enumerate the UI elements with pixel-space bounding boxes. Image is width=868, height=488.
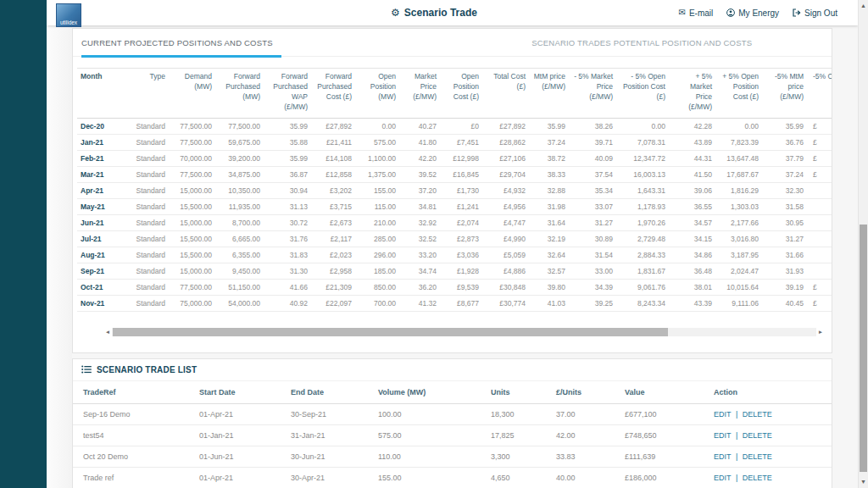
scroll-left-arrow-icon[interactable]: ◄ (103, 328, 112, 336)
month-link-cell[interactable]: Nov-21 (77, 295, 125, 311)
value-cell: £ (809, 118, 832, 134)
scenario-trade-list-panel: SCENARIO TRADE LIST TradeRefStart DateEn… (72, 358, 832, 488)
month-link-cell[interactable]: Jun-21 (77, 214, 125, 230)
value-cell: 30.94 (265, 182, 313, 198)
value-cell: 34.74 (401, 263, 442, 279)
trade-trade-ref-cell: Oct 20 Demo (73, 446, 196, 468)
value-cell: 39.06 (670, 182, 717, 198)
trade-end-date-cell: 30-Jun-21 (287, 446, 375, 468)
month-link-cell[interactable]: Mar-21 (77, 166, 125, 182)
month-link-cell[interactable]: May-21 (77, 198, 125, 214)
value-cell: £ (809, 166, 832, 182)
scroll-up-arrow-icon[interactable]: ▲ (859, 2, 868, 10)
trade-volume-cell: 575.00 (375, 425, 487, 446)
positions-table-row: Jun-21Standard15,000.008,700.0030.72£2,6… (77, 214, 832, 230)
value-cell: 7,823.39 (717, 134, 764, 150)
page-title: ⚙ Scenario Trade (391, 0, 477, 25)
scroll-right-arrow-icon[interactable]: ► (816, 328, 825, 336)
value-cell: £3,715 (313, 198, 357, 214)
value-cell: 32.52 (401, 230, 442, 247)
value-cell: 15,000.00 (170, 182, 217, 198)
value-cell: 850.00 (357, 279, 401, 295)
value-cell: 41.50 (670, 166, 717, 182)
positions-table-row: Jan-21Standard77,500.0059,675.0035.88£21… (77, 134, 832, 150)
action-separator: | (732, 452, 743, 461)
trade-list-row: Oct 20 Demo01-Jun-2130-Jun-21110.003,300… (73, 446, 832, 468)
trade-list-column-header: Start Date (196, 381, 287, 404)
edit-link[interactable]: EDIT (714, 410, 732, 419)
value-cell: 32.64 (531, 247, 570, 263)
edit-link[interactable]: EDIT (714, 431, 732, 440)
value-cell: 35.34 (570, 182, 618, 198)
delete-link[interactable]: DELETE (743, 474, 772, 482)
value-cell: 32.19 (531, 230, 570, 247)
month-link-cell[interactable]: Sep-21 (77, 263, 125, 279)
month-link-cell[interactable]: Oct-21 (77, 279, 125, 295)
vertical-scrollbar-thumb[interactable] (860, 225, 867, 472)
my-energy-link[interactable]: My Energy (726, 8, 779, 18)
positions-table-row: Mar-21Standard77,500.0034,875.0036.87£12… (77, 166, 832, 182)
value-cell: 6,665.00 (217, 230, 265, 247)
trade-list-column-header: End Date (287, 381, 375, 404)
positions-table-row: May-21Standard15,500.0011,935.0031.13£3,… (77, 198, 832, 214)
value-cell: 77,500.00 (217, 118, 265, 134)
value-cell: 77,500.00 (170, 166, 217, 182)
month-link-cell[interactable]: Jul-21 (77, 230, 125, 247)
trade-value-cell: £186,000 (621, 468, 710, 488)
value-cell: 37.24 (764, 166, 809, 182)
delete-link[interactable]: DELETE (743, 431, 772, 440)
horizontal-scrollbar-thumb[interactable] (113, 328, 668, 336)
value-cell: £9,539 (442, 279, 484, 295)
month-link-cell[interactable]: Feb-21 (77, 150, 125, 166)
positions-column-header: Total Cost (£) (484, 69, 531, 119)
vertical-scrollbar[interactable]: ▲ ▼ (858, 0, 868, 488)
value-cell: £5,059 (484, 247, 531, 263)
value-cell: 32.88 (531, 182, 570, 198)
edit-link[interactable]: EDIT (714, 474, 732, 482)
tab-current-positions[interactable]: CURRENT PROJECTED POSITIONS AND COSTS (73, 29, 453, 56)
value-cell: £3,202 (313, 182, 357, 198)
value-cell: 10,350.00 (217, 182, 265, 198)
trade-list-header-row: TradeRefStart DateEnd DateVolume (MW)Uni… (73, 381, 832, 404)
trade-units-cell: 17,825 (487, 425, 553, 446)
value-cell: 35.99 (531, 118, 570, 134)
value-cell: 36.20 (401, 279, 442, 295)
trade-volume-cell: 110.00 (375, 446, 487, 468)
scenario-trade-list-header: SCENARIO TRADE LIST (73, 359, 832, 381)
value-cell: £14,108 (313, 150, 357, 166)
value-cell: £21,411 (313, 134, 357, 150)
value-cell: 30.89 (570, 230, 618, 247)
value-cell: 36.87 (265, 166, 313, 182)
sign-out-link[interactable]: Sign Out (793, 8, 837, 18)
month-link-cell[interactable]: Jan-21 (77, 134, 125, 150)
month-link-cell[interactable]: Dec-20 (77, 118, 125, 134)
value-cell: 32.30 (764, 182, 809, 198)
trade-end-date-cell: 30-Apr-21 (287, 468, 375, 488)
value-cell: 38.26 (570, 118, 618, 134)
value-cell (809, 198, 832, 214)
value-cell: 1,100.00 (357, 150, 401, 166)
scroll-down-arrow-icon[interactable]: ▼ (859, 478, 868, 486)
horizontal-scrollbar-track[interactable] (112, 328, 816, 336)
value-cell: £22,097 (313, 295, 357, 311)
email-link[interactable]: ✉ E-mail (679, 8, 714, 18)
value-cell: 0.00 (717, 118, 764, 134)
edit-link[interactable]: EDIT (714, 452, 732, 461)
value-cell: 39.80 (531, 279, 570, 295)
value-cell: 40.92 (265, 295, 313, 311)
positions-column-header: - 5% Open Position Cost (£) (618, 69, 670, 119)
tab-scenario-trades[interactable]: SCENARIO TRADES POTENTIAL POSITION AND C… (453, 29, 832, 56)
month-link-cell[interactable]: Aug-21 (77, 247, 125, 263)
value-cell: £27,892 (484, 118, 531, 134)
month-link-cell[interactable]: Apr-21 (77, 182, 125, 198)
utilidex-logo[interactable]: utilidex (56, 3, 81, 27)
value-cell (809, 214, 832, 230)
value-cell: 10,015.64 (717, 279, 764, 295)
trade-value-cell: £677,100 (621, 404, 710, 425)
value-cell: £4,747 (484, 214, 531, 230)
value-cell: 1,178.93 (618, 198, 670, 214)
value-cell: 39,200.00 (217, 150, 265, 166)
delete-link[interactable]: DELETE (743, 410, 772, 419)
delete-link[interactable]: DELETE (743, 452, 772, 461)
trade-start-date-cell: 01-Apr-21 (196, 468, 287, 488)
